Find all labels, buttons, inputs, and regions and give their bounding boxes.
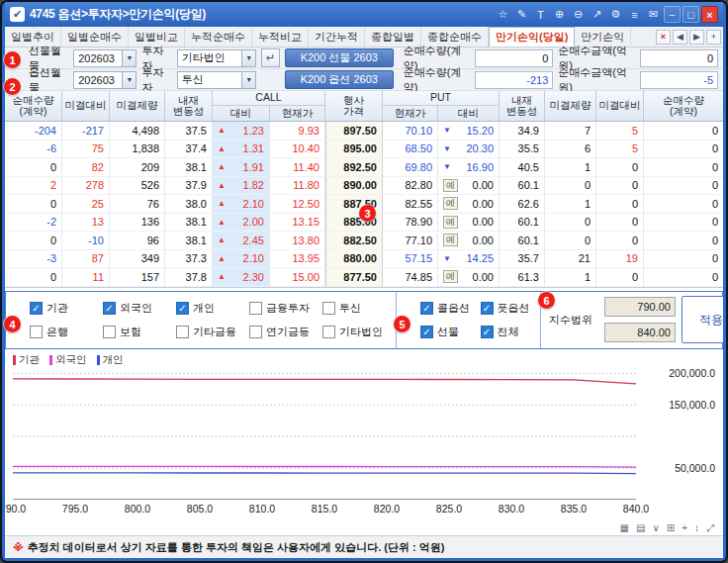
strike-price-cell: 882.50 — [325, 232, 383, 250]
table-row[interactable]: -6751,83837.4▲1.3110.40895.0068.50▼20.30… — [5, 141, 723, 159]
zoom-plus-icon[interactable]: + — [682, 522, 687, 533]
chat-icon[interactable]: ✉ — [645, 6, 662, 23]
zoom-in-icon[interactable]: ⊕ — [551, 6, 568, 23]
futures-product-chip: K200 선물 2603 — [285, 48, 394, 67]
product-checkbox-전체[interactable]: ✓전체 — [481, 325, 541, 339]
options-net-qty-value: -213 — [475, 71, 554, 89]
x-axis-label: 790.0 — [5, 503, 33, 515]
x-axis-label: 805.0 — [180, 503, 220, 515]
futures-investor-select[interactable]: 기타법인 ▼ — [177, 49, 257, 67]
table-row[interactable]: 0-109638.1▲2.4513.80882.5077.10예0.0060.1… — [5, 232, 723, 250]
options-month-select[interactable]: 202603 ▼ — [73, 71, 136, 89]
range-to-input[interactable]: 840.00 — [604, 323, 676, 342]
edit-icon[interactable]: ✎ — [513, 6, 530, 23]
oi-change-cell: 25 — [62, 195, 110, 214]
investor-checkbox-금융투자[interactable]: 금융투자 — [249, 301, 322, 316]
tab-4[interactable]: 누적순매수 — [185, 27, 252, 47]
options-control-row: 옵션월물 202603 ▼ 투자자 투신 ▼ ↵ K200 옵션 2603 순매… — [5, 69, 723, 91]
options-investor-select[interactable]: 투신 ▼ — [177, 71, 257, 89]
apply-button[interactable]: 적용 — [682, 296, 723, 343]
popout-icon[interactable]: ↗ — [589, 6, 605, 23]
checkbox-icon: ✓ — [420, 326, 433, 338]
implied-vol-cell-2: 35.7 — [500, 250, 545, 269]
product-checkbox-콜옵션[interactable]: ✓콜옵션 — [420, 301, 481, 316]
investor-checkbox-기타법인[interactable]: 기타법인 — [322, 325, 396, 339]
close-button[interactable]: × — [701, 6, 718, 23]
implied-vol-cell: 38.1 — [165, 158, 213, 177]
query-button[interactable]: ↵ — [261, 48, 279, 67]
expand-icon[interactable]: ⤢ — [706, 522, 714, 534]
collapse-icon[interactable]: ∨ — [652, 522, 659, 533]
investor-checkbox-개인[interactable]: ✓개인 — [176, 301, 249, 316]
investor-checkbox-외국인[interactable]: ✓외국인 — [103, 301, 176, 316]
investor-checkbox-보험[interactable]: 보험 — [103, 325, 176, 339]
tab-scroll-left-button[interactable]: ◀ — [673, 30, 687, 45]
investor-checkbox-연기금등[interactable]: 연기금등 — [249, 325, 322, 339]
tab-add-button[interactable]: + — [706, 30, 721, 45]
implied-vol-cell: 37.5 — [165, 122, 213, 141]
strike-price-cell: 877.50 — [325, 268, 383, 287]
tab-6[interactable]: 기간누적 — [309, 27, 365, 47]
investor-checkbox-기관[interactable]: ✓기관 — [30, 301, 103, 316]
net-qty-cell-2: 0 — [644, 268, 723, 287]
favorite-star-icon[interactable]: ☆ — [495, 6, 511, 23]
minimize-button[interactable]: − — [664, 6, 681, 23]
col-header-implied-vol-2: 내재 변동성 — [500, 91, 545, 121]
zoom-out-icon[interactable]: ⊖ — [570, 6, 587, 23]
grid-view-icon[interactable]: ▦ — [620, 522, 629, 533]
table-row[interactable]: 08220938.1▲1.9111.40892.5069.80▼16.9040.… — [5, 158, 723, 177]
resize-vertical-icon[interactable]: ↕ — [694, 522, 699, 533]
put-change-cell: 예0.00 — [438, 214, 500, 233]
call-price-cell: 15.00 — [270, 268, 325, 287]
implied-vol-cell: 38.0 — [165, 195, 213, 214]
open-interest-cell-2: 0 — [545, 177, 596, 196]
font-size-icon[interactable]: T — [532, 6, 549, 23]
net-qty-cell: -6 — [5, 141, 62, 159]
futures-month-select[interactable]: 202603 ▼ — [73, 49, 136, 67]
investor-checkbox-기타금융[interactable]: 기타금융 — [176, 325, 249, 339]
table-row[interactable]: 01115737.8▲2.3015.00877.5074.85예0.0061.3… — [5, 268, 723, 287]
menu-icon[interactable]: ≡ — [626, 6, 643, 23]
investor-checkbox-은행[interactable]: 은행 — [30, 325, 103, 339]
table-row[interactable]: 227852637.9▲1.8211.80890.0082.80예0.0060.… — [5, 177, 723, 196]
tab-2[interactable]: 일별순매수 — [61, 27, 129, 47]
strike-price-cell: 895.00 — [325, 141, 383, 159]
implied-vol-cell: 37.9 — [165, 177, 213, 196]
net-qty-cell: -204 — [5, 122, 62, 141]
app-check-icon: ✔ — [10, 7, 25, 22]
add-panel-icon[interactable]: ⊞ — [667, 522, 675, 533]
investor-checkbox-투신[interactable]: 투신 — [322, 301, 396, 316]
futures-month-value: 202603 — [74, 50, 122, 66]
legend-marker-icon — [97, 355, 100, 365]
filter-panel: ✓기관✓외국인✓개인금융투자투신 은행보험기타금융연기금등기타법인 ✓콜옵션✓풋… — [5, 291, 723, 349]
options-net-amount-value: -5 — [640, 71, 719, 89]
oi-change-cell-2: 0 — [596, 177, 644, 196]
tab-close-button[interactable]: × — [656, 30, 671, 45]
product-checkbox-풋옵션[interactable]: ✓풋옵션 — [481, 301, 541, 316]
expected-badge: 예 — [443, 216, 458, 229]
col-header-net-qty-2: 순매수량 (계약) — [644, 91, 723, 121]
put-change-cell: ▼16.90 — [438, 158, 500, 177]
oi-change-cell: 278 — [62, 177, 110, 196]
settings-icon[interactable]: ⚙ — [607, 6, 624, 23]
title-bar[interactable]: ✔ 4745 옵션>투자자>만기손익(당일) ☆✎T⊕⊖↗⚙≡✉−□× — [5, 2, 723, 27]
annotation-badge-3: 3 — [359, 205, 376, 222]
investor-filter-row-1: ✓기관✓외국인✓개인금융투자투신 — [30, 301, 396, 316]
options-investor-value: 투신 — [178, 72, 242, 88]
implied-vol-cell-2: 40.5 — [500, 158, 545, 177]
oi-change-cell: 75 — [62, 141, 110, 159]
tab-scroll-right-button[interactable]: ▶ — [689, 30, 704, 45]
table-row[interactable]: -204-2174,49837.5▲1.239.93897.5070.10▼15… — [5, 122, 723, 141]
table-row[interactable]: -38734937.3▲2.1013.95880.0057.15▼14.2535… — [5, 250, 723, 269]
put-change-cell: ▼14.25 — [438, 250, 500, 269]
call-price-cell: 11.80 — [270, 177, 325, 196]
strike-price-cell: 897.50 — [325, 122, 383, 141]
range-from-input[interactable]: 790.00 — [604, 297, 676, 317]
status-bar: ※ 추정치 데이터로서 상기 자료를 통한 투자의 책임은 사용자에게 있습니다… — [5, 535, 723, 558]
product-checkbox-선물[interactable]: ✓선물 — [420, 325, 481, 339]
list-view-icon[interactable]: ▤ — [636, 522, 645, 533]
x-axis-label: 825.0 — [429, 503, 469, 515]
maximize-button[interactable]: □ — [682, 6, 699, 23]
tab-5[interactable]: 누적비교 — [252, 27, 309, 47]
legend-item-기관: 기관 — [13, 353, 40, 367]
